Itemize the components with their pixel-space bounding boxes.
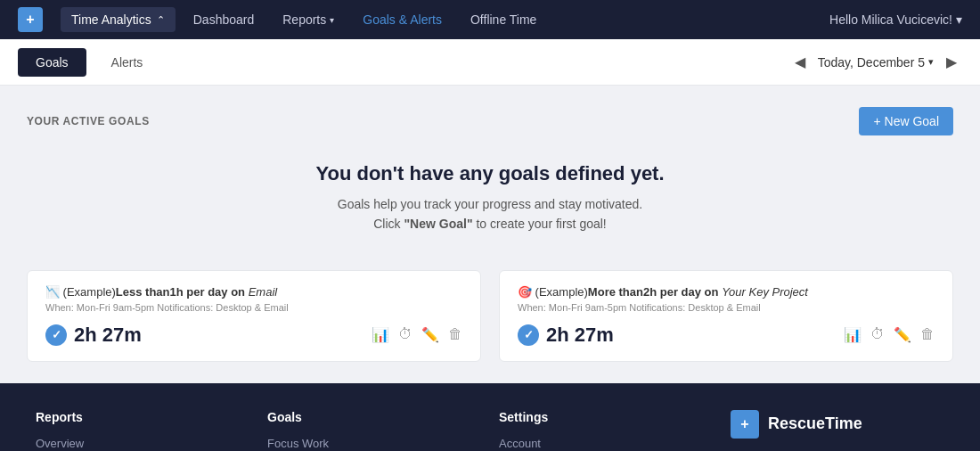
date-next-button[interactable]: ▶ — [941, 50, 962, 74]
user-menu[interactable]: Hello Milica Vucicevic! ▾ — [829, 12, 962, 27]
goal-2-check-icon: ✓ — [518, 324, 539, 346]
goal-2-edit-icon[interactable]: ✏️ — [894, 326, 911, 343]
empty-sub2: Click "New Goal" to create your first go… — [27, 214, 953, 234]
footer-link-overview[interactable]: Overview — [36, 437, 249, 450]
footer-link-account[interactable]: Account — [499, 437, 713, 450]
footer-logo-icon: + — [731, 410, 759, 439]
goal-card-2-title: 🎯 (Example)More than2h per day on Your K… — [518, 285, 935, 299]
reports-chevron-icon: ▾ — [330, 15, 334, 25]
footer-col-brand: + RescueTime Help / Privacy Policy / Acc… — [731, 410, 944, 451]
nav-offline-time[interactable]: Offline Time — [460, 12, 547, 27]
goal-card-1-subtitle: When: Mon-Fri 9am-5pm Notifications: Des… — [45, 302, 462, 313]
goal-card-2-subtitle: When: Mon-Fri 9am-5pm Notifications: Des… — [518, 302, 935, 313]
footer-goals-heading: Goals — [267, 410, 481, 424]
nav-dashboard[interactable]: Dashboard — [183, 12, 265, 27]
goal-card-2-time: ✓ 2h 27m — [518, 324, 614, 347]
date-label[interactable]: Today, December 5 ▾ — [818, 55, 934, 70]
date-chevron-icon: ▾ — [928, 56, 934, 68]
goal-card-2-footer: ✓ 2h 27m 📊 ⏱ ✏️ 🗑 — [518, 324, 935, 347]
footer: Reports Overview Activities Analytics Go… — [0, 383, 980, 451]
goal-2-chart-icon[interactable]: 📊 — [844, 326, 862, 343]
logo-area: + — [18, 7, 50, 32]
sub-navigation: Goals Alerts ◀ Today, December 5 ▾ ▶ — [0, 39, 980, 86]
goal-cards-container: 📉 (Example)Less than1h per day on Email … — [27, 270, 953, 362]
footer-brand: + RescueTime — [731, 410, 944, 439]
goal-2-timer-icon[interactable]: ⏱ — [870, 326, 885, 343]
empty-sub1: Goals help you track your progress and s… — [27, 194, 953, 214]
goal-card-1-title: 📉 (Example)Less than1h per day on Email — [45, 285, 462, 299]
tab-goals[interactable]: Goals — [18, 48, 86, 77]
footer-col-goals: Goals Focus Work Distractions Communicat… — [267, 410, 481, 451]
footer-link-focus-work[interactable]: Focus Work — [267, 437, 481, 450]
goal-card-1-footer: ✓ 2h 27m 📊 ⏱ ✏️ 🗑 — [45, 324, 462, 347]
footer-col-reports: Reports Overview Activities Analytics — [36, 410, 249, 451]
goal-card-1-actions: 📊 ⏱ ✏️ 🗑 — [372, 326, 462, 343]
footer-brand-name: RescueTime — [768, 414, 862, 433]
goal-1-edit-icon[interactable]: ✏️ — [421, 326, 439, 343]
nav-reports[interactable]: Reports ▾ — [272, 12, 345, 27]
section-title: YOUR ACTIVE GOALS — [27, 115, 150, 127]
goal-1-check-icon: ✓ — [45, 324, 67, 346]
nav-goals-alerts[interactable]: Goals & Alerts — [352, 12, 453, 27]
date-navigator: ◀ Today, December 5 ▾ ▶ — [789, 50, 962, 74]
goal-1-timer-icon[interactable]: ⏱ — [398, 326, 412, 343]
goal-2-delete-icon[interactable]: 🗑 — [920, 326, 935, 343]
footer-col-settings: Settings Account Data & Privacy Billing — [499, 410, 713, 451]
user-greeting-label: Hello Milica Vucicevic! — [829, 12, 952, 27]
empty-state: You don't have any goals defined yet. Go… — [27, 153, 953, 256]
new-goal-cta-text: "New Goal" — [404, 217, 472, 231]
footer-reports-heading: Reports — [36, 410, 249, 424]
example-goal-card-2: 🎯 (Example)More than2h per day on Your K… — [499, 270, 953, 362]
example-goal-card-1: 📉 (Example)Less than1h per day on Email … — [27, 270, 481, 362]
user-chevron-icon: ▾ — [956, 12, 962, 27]
date-prev-button[interactable]: ◀ — [789, 50, 811, 74]
top-navigation: + Time Analytics ⌃ Dashboard Reports ▾ G… — [0, 0, 980, 39]
app-name-button[interactable]: Time Analytics ⌃ — [61, 7, 176, 32]
app-name-label: Time Analytics — [71, 12, 151, 27]
new-goal-button[interactable]: + New Goal — [859, 107, 953, 135]
goal-card-1-time: ✓ 2h 27m — [45, 324, 142, 347]
footer-settings-heading: Settings — [499, 410, 713, 424]
main-content: YOUR ACTIVE GOALS + New Goal You don't h… — [0, 86, 980, 383]
section-header: YOUR ACTIVE GOALS + New Goal — [27, 107, 953, 135]
goal-1-delete-icon[interactable]: 🗑 — [448, 326, 462, 343]
empty-heading: You don't have any goals defined yet. — [27, 162, 953, 185]
logo-icon: + — [18, 7, 43, 32]
goal-card-2-actions: 📊 ⏱ ✏️ 🗑 — [844, 326, 935, 343]
app-name-chevron-icon: ⌃ — [157, 14, 165, 26]
footer-grid: Reports Overview Activities Analytics Go… — [36, 410, 944, 451]
goal-1-chart-icon[interactable]: 📊 — [372, 326, 389, 343]
tab-alerts[interactable]: Alerts — [94, 48, 161, 77]
